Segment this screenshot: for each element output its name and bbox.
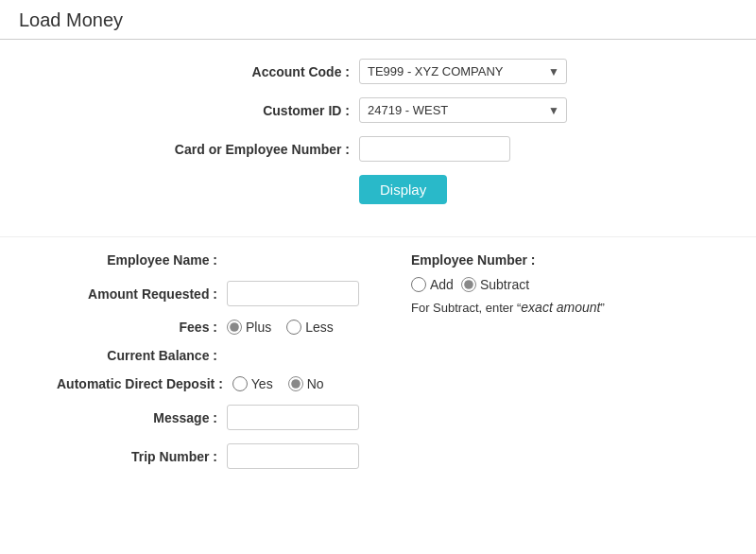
amount-requested-input[interactable] xyxy=(227,281,359,306)
message-label: Message : xyxy=(57,410,227,425)
auto-deposit-yes-label[interactable]: Yes xyxy=(251,376,273,391)
customer-id-label: Customer ID : xyxy=(170,103,359,118)
auto-deposit-no-radio[interactable] xyxy=(288,376,303,391)
fees-plus-label[interactable]: Plus xyxy=(246,320,271,335)
auto-deposit-yes-radio[interactable] xyxy=(232,376,248,391)
employee-name-label: Employee Name : xyxy=(57,252,227,268)
fees-less-radio[interactable] xyxy=(286,320,301,335)
fees-plus-radio[interactable] xyxy=(227,320,242,335)
card-employee-label: Card or Employee Number : xyxy=(170,142,359,157)
emp-subtract-label[interactable]: Subtract xyxy=(480,277,529,292)
fees-less-label[interactable]: Less xyxy=(305,320,334,335)
emp-add-radio[interactable] xyxy=(411,277,426,292)
page-title: Load Money xyxy=(19,9,737,31)
customer-id-select[interactable]: 24719 - WEST xyxy=(359,97,567,123)
amount-requested-label: Amount Requested : xyxy=(57,286,227,302)
fees-label: Fees : xyxy=(57,320,227,335)
auto-deposit-radio-group: Yes No xyxy=(232,376,334,391)
employee-number-label: Employee Number : xyxy=(411,252,737,268)
emp-subtract-radio[interactable] xyxy=(461,277,476,292)
account-code-label: Account Code : xyxy=(170,64,359,79)
account-code-select[interactable]: TE999 - XYZ COMPANY xyxy=(359,59,567,84)
current-balance-label: Current Balance : xyxy=(57,348,227,363)
auto-deposit-no-label[interactable]: No xyxy=(307,376,324,391)
message-input[interactable] xyxy=(227,405,359,430)
trip-number-label: Trip Number : xyxy=(57,449,227,464)
auto-deposit-label: Automatic Direct Deposit : xyxy=(57,376,232,391)
subtract-note: For Subtract, enter “exact amount” xyxy=(411,300,737,315)
fees-radio-group: Plus Less xyxy=(227,320,343,335)
display-button[interactable]: Display xyxy=(359,175,447,204)
card-employee-input[interactable] xyxy=(359,136,510,162)
emp-add-label[interactable]: Add xyxy=(430,277,454,292)
employee-number-radio-group: Add Subtract xyxy=(411,277,737,292)
trip-number-input[interactable] xyxy=(227,443,359,469)
